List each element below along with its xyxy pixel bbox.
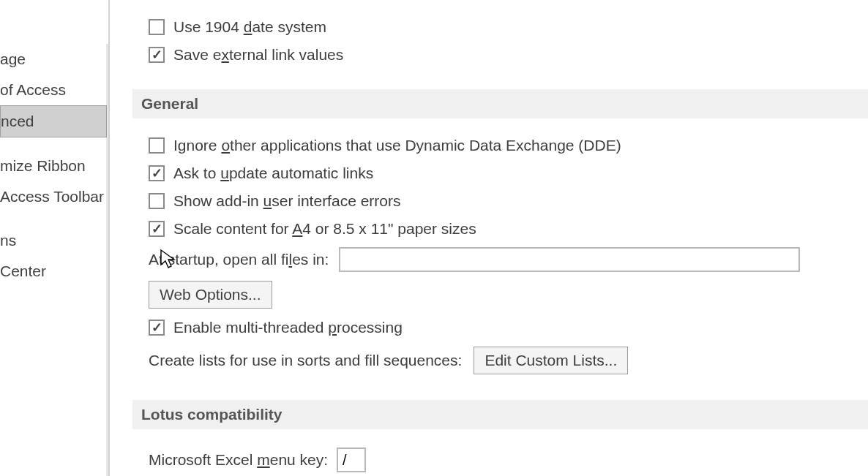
sidebar-item-customize-ribbon[interactable]: mize Ribbon: [0, 151, 106, 181]
label-ignore-dde: Ignore other applications that use Dynam…: [173, 137, 621, 154]
label-enable-multithread: Enable multi-threaded processing: [173, 319, 403, 336]
label-menu-key: Microsoft Excel menu key:: [149, 451, 328, 469]
sidebar-item-quick-access-toolbar[interactable]: Access Toolbar: [0, 181, 106, 212]
sidebar-item-trust-center[interactable]: Center: [0, 256, 106, 287]
input-startup-path[interactable]: [339, 247, 800, 272]
label-save-external: Save external link values: [173, 46, 343, 64]
options-content: Use 1904 date system Save external link …: [119, 0, 868, 476]
options-sidebar: age of Access nced mize Ribbon Access To…: [0, 0, 110, 476]
checkbox-use-1904[interactable]: [149, 19, 165, 35]
section-header-lotus: Lotus compatibility: [132, 400, 868, 429]
sidebar-item-advanced[interactable]: nced: [0, 105, 107, 137]
edit-custom-lists-button[interactable]: Edit Custom Lists...: [474, 347, 628, 374]
sidebar-item-language[interactable]: age: [0, 44, 106, 75]
label-create-lists: Create lists for use in sorts and fill s…: [149, 352, 462, 369]
sidebar-item-ease-of-access[interactable]: of Access: [0, 75, 106, 105]
checkbox-ask-update[interactable]: [149, 165, 165, 181]
label-ask-update: Ask to update automatic links: [173, 165, 373, 182]
checkbox-save-external[interactable]: [149, 47, 165, 63]
label-use-1904: Use 1904 date system: [173, 18, 326, 36]
checkbox-scale-a4[interactable]: [149, 221, 165, 237]
web-options-button[interactable]: Web Options...: [149, 281, 272, 309]
label-startup-open: At startup, open all files in:: [149, 251, 329, 268]
checkbox-show-addin-errors[interactable]: [149, 193, 165, 209]
label-show-addin-errors: Show add-in user interface errors: [173, 192, 401, 210]
section-header-general: General: [132, 89, 868, 118]
label-scale-a4: Scale content for A4 or 8.5 x 11" paper …: [173, 220, 476, 238]
sidebar-item-addins[interactable]: ns: [0, 225, 106, 256]
checkbox-enable-multithread[interactable]: [149, 320, 165, 336]
input-menu-key[interactable]: [337, 447, 366, 472]
checkbox-ignore-dde[interactable]: [149, 137, 165, 154]
